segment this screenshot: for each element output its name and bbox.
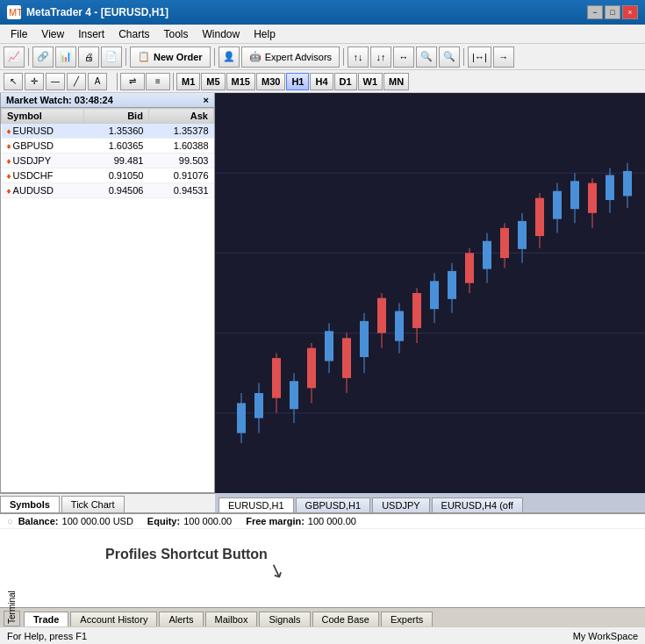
bottom-tab-signals[interactable]: Signals: [259, 612, 310, 626]
hline-tool[interactable]: —: [46, 73, 65, 90]
terminal-tab-vertical[interactable]: Terminal: [4, 611, 20, 626]
print-preview-button[interactable]: 📄: [101, 47, 122, 68]
tf-m30[interactable]: M30: [256, 73, 285, 90]
svg-rect-28: [412, 293, 421, 328]
left-panel: Market Watch: 03:48:24 × Symbol Bid Ask …: [0, 93, 215, 512]
menu-tools[interactable]: Tools: [157, 26, 196, 42]
mw-bid-4: 0.94506: [83, 183, 148, 198]
mw-row-eurusd[interactable]: ♦EURUSD 1.35360 1.35378: [2, 124, 214, 139]
expert-advisors-button[interactable]: 🤖 Expert Advisors: [241, 47, 340, 68]
autoscroll-button[interactable]: ↔: [393, 47, 414, 68]
text-tool[interactable]: A: [88, 73, 107, 90]
connect-button[interactable]: 🔗: [32, 47, 54, 68]
mw-tab-symbols[interactable]: Symbols: [0, 496, 60, 512]
close-button[interactable]: ×: [622, 5, 638, 19]
mw-row-usdjpy[interactable]: ♦USDJPY 99.481 99.503: [2, 154, 214, 168]
chart-main[interactable]: 📋 Next Profile Ctrl+F5 📋 Previous Profil…: [215, 93, 645, 493]
col-bid: Bid: [83, 109, 148, 124]
line-tool[interactable]: ╱: [67, 73, 86, 90]
equity-value: 100 000.00: [183, 516, 232, 526]
freemargin-value: 100 000.00: [308, 516, 356, 526]
sort-asc-button[interactable]: ↑↓: [348, 47, 369, 68]
market-watch-table: Symbol Bid Ask ♦EURUSD 1.35360 1.35378 ♦…: [1, 108, 214, 198]
bottom-tab-alerts[interactable]: Alerts: [159, 612, 203, 626]
order-dot: ○: [7, 516, 13, 526]
svg-rect-46: [570, 181, 579, 209]
mw-tab-tickchart[interactable]: Tick Chart: [61, 496, 125, 512]
mw-ask-1: 1.60388: [148, 139, 213, 154]
print-button[interactable]: 🖨: [78, 47, 99, 68]
mw-symbol-4: ♦AUDUSD: [2, 183, 84, 198]
select-tool[interactable]: ↖: [4, 73, 23, 90]
svg-rect-40: [518, 221, 527, 249]
mw-ask-3: 0.91076: [148, 168, 213, 183]
mw-bid-3: 0.91050: [83, 168, 148, 183]
tf-mn[interactable]: MN: [383, 73, 409, 90]
status-text: For Help, press F1: [7, 631, 573, 641]
toolbar-separator-3: [214, 48, 215, 66]
mw-row-usdchf[interactable]: ♦USDCHF 0.91050 0.91076: [2, 168, 214, 183]
tf-d1[interactable]: D1: [334, 73, 357, 90]
channel-tool[interactable]: ≡: [146, 73, 170, 90]
crosshair-tool[interactable]: ✛: [25, 73, 44, 90]
fibonacci-tool[interactable]: ⇌: [120, 73, 145, 90]
menu-charts[interactable]: Charts: [111, 26, 156, 42]
minimize-button[interactable]: −: [587, 5, 603, 19]
history-button[interactable]: 📊: [55, 47, 76, 68]
chart-tab-eurusd-h1[interactable]: EURUSD,H1: [219, 497, 294, 512]
balance-label: Balance:: [18, 516, 59, 526]
market-watch-close[interactable]: ×: [204, 95, 209, 105]
tf-w1[interactable]: W1: [358, 73, 383, 90]
col-symbol: Symbol: [2, 109, 84, 124]
maximize-button[interactable]: □: [605, 5, 620, 19]
toolbar-separator-4: [343, 48, 344, 66]
svg-rect-10: [254, 393, 263, 419]
content-row: Market Watch: 03:48:24 × Symbol Bid Ask …: [0, 93, 645, 512]
svg-rect-42: [535, 198, 544, 236]
bottom-tab-history[interactable]: Account History: [70, 612, 157, 626]
svg-rect-24: [377, 298, 386, 333]
tf-m15[interactable]: M15: [226, 73, 255, 90]
annotation-arrow: ↘: [273, 557, 288, 562]
zoom-button[interactable]: 🔍: [416, 47, 437, 68]
mw-bid-2: 99.481: [83, 154, 148, 168]
mw-row-gbpusd[interactable]: ♦GBPUSD 1.60365 1.60388: [2, 139, 214, 154]
market-watch-title: Market Watch: 03:48:24: [6, 95, 113, 105]
menu-help[interactable]: Help: [247, 26, 283, 42]
period-sep-button[interactable]: |↔|: [468, 47, 491, 68]
mw-row-audusd[interactable]: ♦AUDUSD 0.94506 0.94531: [2, 183, 214, 198]
chart-tab-usdjpy[interactable]: USDJPY: [372, 497, 429, 512]
new-chart-button[interactable]: 📈: [4, 47, 25, 68]
tf-m5[interactable]: M5: [201, 73, 225, 90]
bottom-tab-codebase[interactable]: Code Base: [312, 612, 379, 626]
svg-rect-18: [325, 331, 333, 361]
mw-ask-4: 0.94531: [148, 183, 213, 198]
bottom-tabs: Terminal Trade Account History Alerts Ma…: [0, 607, 645, 626]
title-bar: MT MetaTrader 4 - [EURUSD,H1] − □ ×: [0, 0, 645, 25]
order-info-row: ○ Balance: 100 000.00 USD Equity: 100 00…: [0, 514, 645, 529]
chart-tab-eurusd-h4[interactable]: EURUSD,H4 (off: [432, 497, 523, 512]
menu-view[interactable]: View: [34, 26, 71, 42]
tf-separator: [117, 73, 118, 90]
sort-desc-button[interactable]: ↓↑: [370, 47, 391, 68]
profiles-button[interactable]: 👤: [219, 47, 240, 68]
chart-shift-button[interactable]: →: [493, 47, 514, 68]
mw-symbol-0: ♦EURUSD: [2, 124, 84, 139]
window-controls: − □ ×: [587, 5, 638, 19]
menu-file[interactable]: File: [4, 26, 34, 42]
zoomout-button[interactable]: 🔍: [439, 47, 460, 68]
tf-m1[interactable]: M1: [176, 73, 200, 90]
menu-window[interactable]: Window: [196, 26, 247, 42]
market-watch: Market Watch: 03:48:24 × Symbol Bid Ask …: [0, 93, 215, 493]
bottom-tab-mailbox[interactable]: Mailbox: [205, 612, 258, 626]
bottom-content: Profiles Shortcut Button ↘: [0, 529, 645, 607]
order-icon: 📋: [138, 51, 150, 62]
chart-tab-gbpusd-h1[interactable]: GBPUSD,H1: [296, 497, 371, 512]
new-order-button[interactable]: 📋 New Order: [130, 47, 211, 68]
bottom-tab-experts[interactable]: Experts: [381, 612, 433, 626]
menu-insert[interactable]: Insert: [71, 26, 111, 42]
tf-h1[interactable]: H1: [286, 73, 309, 90]
tf-h4[interactable]: H4: [310, 73, 333, 90]
bottom-tab-trade[interactable]: Trade: [24, 612, 68, 626]
svg-rect-52: [623, 171, 632, 197]
